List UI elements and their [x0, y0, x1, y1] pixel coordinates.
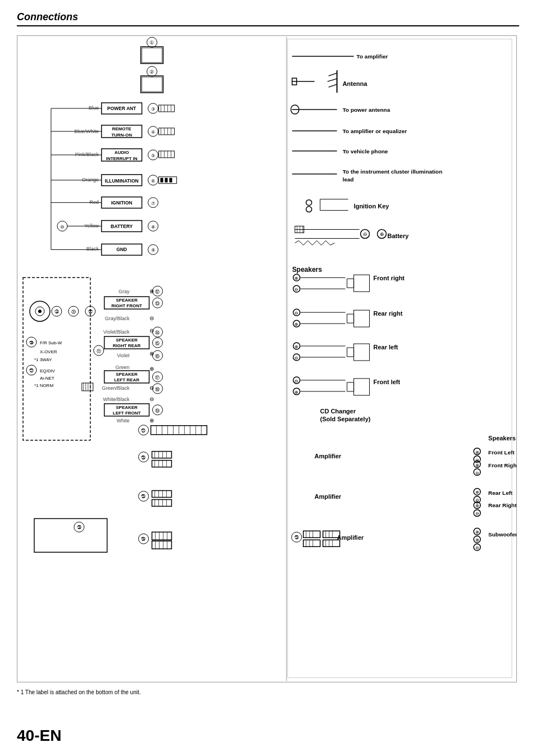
svg-point-220 — [306, 200, 312, 206]
diagram-container: ① ② Blue POWER ANT ③ Blue/White REMOTE T… — [17, 35, 517, 682]
svg-text:Ai-NET: Ai-NET — [40, 376, 54, 381]
svg-text:POWER ANT: POWER ANT — [107, 106, 137, 111]
svg-text:Amplifier: Amplifier — [337, 534, 364, 541]
svg-text:Orange: Orange — [82, 177, 99, 183]
svg-text:SPEAKER: SPEAKER — [116, 298, 138, 303]
svg-text:Green: Green — [116, 365, 130, 370]
svg-rect-48 — [165, 178, 167, 183]
svg-text:⊕: ⊕ — [149, 366, 154, 372]
svg-text:SPEAKER: SPEAKER — [116, 338, 138, 343]
svg-text:BATTERY: BATTERY — [111, 224, 133, 229]
svg-text:⊖: ⊖ — [363, 231, 367, 237]
svg-text:⑱: ⑱ — [155, 387, 160, 392]
svg-text:EQ/DIV: EQ/DIV — [40, 368, 56, 374]
svg-line-203 — [329, 73, 337, 76]
svg-text:SPEAKER: SPEAKER — [116, 372, 138, 377]
svg-text:F/R Sub-W: F/R Sub-W — [40, 340, 62, 345]
svg-text:REMOTE: REMOTE — [112, 126, 131, 131]
svg-text:⊕: ⊕ — [475, 530, 479, 535]
footnote: * 1 The label is attached on the bottom … — [17, 689, 519, 695]
svg-marker-246 — [347, 314, 354, 323]
svg-text:⊕: ⊕ — [294, 276, 298, 281]
svg-text:⊖: ⊖ — [294, 379, 298, 384]
svg-text:White/Black: White/Black — [103, 397, 130, 402]
svg-text:㉗: ㉗ — [29, 368, 34, 374]
svg-rect-236 — [354, 275, 370, 292]
svg-text:⊖: ⊖ — [149, 315, 154, 321]
svg-text:⊕: ⊕ — [475, 538, 479, 543]
svg-text:㉒: ㉒ — [88, 309, 93, 315]
svg-text:Blue: Blue — [89, 105, 99, 111]
svg-text:Rear Left: Rear Left — [488, 490, 513, 496]
svg-text:Violet: Violet — [117, 353, 130, 358]
svg-text:⑤: ⑤ — [151, 153, 155, 158]
svg-text:ILLUMINATION: ILLUMINATION — [105, 178, 139, 184]
svg-text:⑫: ⑫ — [155, 289, 160, 294]
svg-text:㉓: ㉓ — [54, 309, 59, 315]
svg-text:To amplifier or equalizer: To amplifier or equalizer — [343, 128, 407, 134]
svg-text:Gray/Black: Gray/Black — [105, 316, 130, 321]
svg-text:㉔: ㉔ — [141, 537, 146, 542]
svg-text:LEFT FRONT: LEFT FRONT — [113, 411, 141, 416]
svg-text:㉕: ㉕ — [294, 535, 299, 540]
svg-text:㉕: ㉕ — [141, 494, 146, 499]
svg-text:⊕: ⊕ — [475, 503, 479, 508]
svg-text:⑥: ⑥ — [151, 179, 155, 184]
svg-text:⑯: ⑯ — [155, 354, 160, 359]
svg-text:Black: Black — [87, 246, 99, 252]
svg-text:①: ① — [149, 40, 154, 45]
svg-rect-49 — [169, 178, 172, 183]
svg-line-204 — [328, 79, 337, 81]
svg-text:⊕: ⊕ — [475, 463, 479, 468]
svg-text:⊕: ⊕ — [149, 288, 154, 294]
svg-text:Antenna: Antenna — [343, 80, 368, 87]
svg-text:②: ② — [149, 69, 154, 75]
svg-marker-255 — [347, 348, 354, 357]
svg-text:LEFT REAR: LEFT REAR — [114, 377, 139, 382]
svg-text:Battery: Battery — [388, 233, 410, 239]
svg-text:To power antenna: To power antenna — [343, 107, 390, 113]
svg-text:⊖: ⊖ — [149, 327, 154, 334]
svg-text:To vehicle phone: To vehicle phone — [343, 148, 388, 154]
svg-text:X-OVER: X-OVER — [40, 349, 57, 354]
svg-text:Speakers: Speakers — [488, 435, 516, 441]
svg-text:⊕: ⊕ — [149, 417, 154, 423]
svg-text:To amplifier: To amplifier — [357, 53, 388, 60]
svg-text:INTERRUPT IN: INTERRUPT IN — [106, 156, 138, 161]
svg-text:⑬: ⑬ — [155, 301, 160, 306]
svg-text:Violet/Black: Violet/Black — [103, 329, 130, 335]
svg-text:lead: lead — [343, 176, 354, 183]
svg-text:⊕: ⊕ — [475, 450, 479, 455]
wiring-diagram: ① ② Blue POWER ANT ③ Blue/White REMOTE T… — [17, 36, 516, 682]
page-number: 40-EN — [17, 727, 61, 745]
svg-text:Yellow: Yellow — [84, 223, 99, 229]
svg-rect-304 — [303, 540, 320, 546]
svg-text:⑧: ⑧ — [151, 225, 155, 230]
svg-rect-322 — [288, 39, 512, 677]
svg-rect-254 — [354, 344, 370, 361]
svg-text:Rear right: Rear right — [374, 310, 403, 317]
svg-text:㉑: ㉑ — [141, 429, 146, 434]
svg-text:⊖: ⊖ — [475, 545, 479, 550]
svg-rect-245 — [354, 310, 370, 327]
svg-text:TURN-ON: TURN-ON — [111, 133, 132, 138]
svg-text:Speakers: Speakers — [292, 266, 322, 274]
svg-text:To the instrument cluster illu: To the instrument cluster illumination — [343, 168, 443, 175]
svg-marker-264 — [347, 382, 354, 391]
svg-text:⑦: ⑦ — [151, 201, 155, 206]
page-header: Connections — [17, 11, 519, 26]
svg-text:Amplifier: Amplifier — [315, 493, 342, 500]
page-title: Connections — [17, 11, 519, 23]
svg-text:Rear Right: Rear Right — [488, 502, 516, 508]
svg-text:Green/Black: Green/Black — [102, 385, 130, 391]
svg-text:AUDIO: AUDIO — [115, 150, 129, 155]
svg-text:*1 NORM: *1 NORM — [34, 383, 53, 388]
svg-text:Subwoofers: Subwoofers — [488, 531, 516, 538]
svg-text:⊕: ⊕ — [294, 322, 298, 327]
svg-rect-300 — [303, 531, 320, 538]
svg-text:⑳: ⑳ — [71, 309, 76, 315]
svg-text:⊖: ⊖ — [475, 458, 479, 463]
svg-text:Gray: Gray — [119, 289, 130, 294]
svg-text:⊕: ⊕ — [149, 350, 154, 357]
svg-text:⊕: ⊕ — [380, 231, 384, 237]
